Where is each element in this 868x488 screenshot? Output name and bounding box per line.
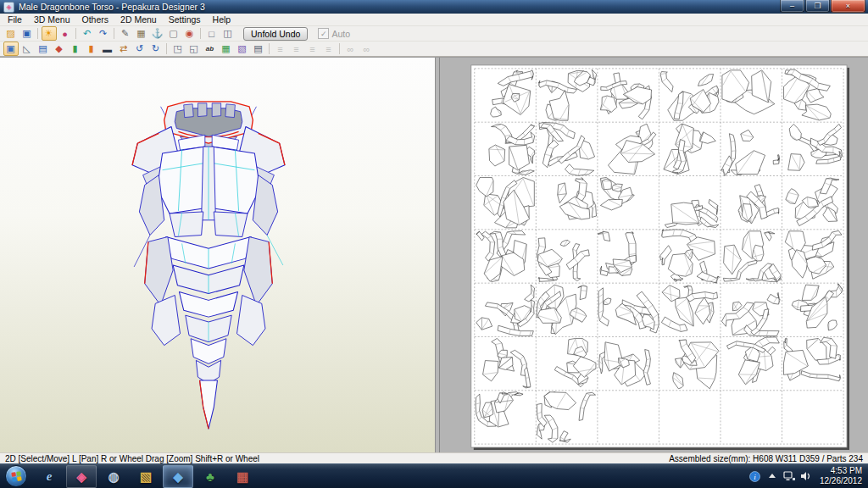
rotate-view-right-icon[interactable]: ↷ bbox=[96, 26, 111, 41]
toolbar-separator bbox=[75, 28, 76, 39]
app-icon: ◈ bbox=[3, 2, 14, 13]
window-title: Male Dragonbone Torso - Pepakura Designe… bbox=[19, 2, 205, 12]
toolbar-separator bbox=[166, 43, 167, 54]
internet-explorer-icon: e bbox=[47, 470, 53, 483]
network-icon[interactable] bbox=[783, 470, 795, 482]
menu-others[interactable]: Others bbox=[76, 14, 115, 25]
taskbar-clock[interactable]: 4:53 PM 12/26/2012 bbox=[820, 466, 862, 487]
anchor-icon[interactable]: ⚓ bbox=[150, 26, 165, 41]
pepakura-viewer-icon: ◈ bbox=[76, 470, 86, 483]
rotate-piece-cw-icon[interactable]: ↻ bbox=[148, 42, 164, 56]
menu-2d-menu[interactable]: 2D Menu bbox=[114, 14, 163, 25]
taskbar-app-internet-explorer[interactable]: e bbox=[34, 465, 64, 488]
photo-viewer-icon: ▧ bbox=[140, 470, 152, 483]
notification-app-icon[interactable]: i bbox=[749, 470, 761, 482]
open-file-icon[interactable]: ▨ bbox=[3, 26, 19, 41]
rotate-view-left-icon[interactable]: ↶ bbox=[80, 26, 95, 41]
edit-flap-icon[interactable]: ◺ bbox=[19, 42, 35, 56]
box-select-icon[interactable]: ▢ bbox=[166, 26, 181, 41]
taskbar-app-hp-globe-tool[interactable]: ◍ bbox=[98, 465, 129, 488]
auto-checkbox[interactable]: ✓ bbox=[318, 28, 329, 39]
taskbar-app-media-player[interactable]: ▦ bbox=[227, 465, 258, 488]
taskbar-app-pepakura-designer[interactable]: ◆ bbox=[163, 465, 193, 488]
toolbar-main: ▨▣☀●↶↷✎▦⚓▢◉□◫ Unfold Undo ✓ Auto bbox=[0, 26, 868, 42]
taskbar-app-pepakura-viewer[interactable]: ◈ bbox=[66, 465, 97, 488]
texture-page-icon[interactable]: ▦ bbox=[219, 42, 234, 56]
clock-date: 12/26/2012 bbox=[820, 476, 862, 487]
media-player-icon: ▦ bbox=[236, 470, 248, 483]
flip-piece-icon[interactable]: ⇄ bbox=[116, 42, 131, 56]
zoom-selection-icon[interactable]: ◳ bbox=[170, 42, 186, 56]
start-button[interactable] bbox=[5, 465, 27, 487]
auto-checkbox-group: ✓ Auto bbox=[318, 28, 350, 39]
toolbar-separator bbox=[37, 28, 38, 39]
paint-icon[interactable]: ◆ bbox=[52, 42, 67, 56]
menu-settings[interactable]: Settings bbox=[163, 14, 207, 25]
zoom-fit-icon[interactable]: ◱ bbox=[186, 42, 202, 56]
title-bar: ◈ Male Dragonbone Torso - Pepakura Desig… bbox=[0, 0, 868, 14]
close-button[interactable]: × bbox=[831, 0, 865, 13]
align-bottom-icon: ≡ bbox=[321, 42, 337, 56]
auto-checkbox-label: Auto bbox=[331, 29, 350, 39]
menu-help[interactable]: Help bbox=[207, 14, 237, 25]
pepakura-designer-icon: ◆ bbox=[173, 470, 183, 483]
menu-file[interactable]: File bbox=[2, 14, 28, 25]
stamp-icon[interactable]: ▦ bbox=[134, 26, 149, 41]
pattern-sheet[interactable] bbox=[440, 58, 868, 452]
align-center-icon: ≡ bbox=[289, 42, 304, 56]
status-hint-text: 2D [Select/Move] L [Pan] R or Wheel Drag… bbox=[5, 454, 259, 463]
align-left-icon: ≡ bbox=[273, 42, 288, 56]
taskbar-app-nature-app[interactable]: ♣ bbox=[195, 465, 225, 488]
monitor-icon[interactable]: ▤ bbox=[36, 42, 51, 56]
toolbar-2d-icons: ▣◺▤◆▮▮▬⇄↺↻◳◱ab▦▧▤≡≡≡≡∞∞ bbox=[3, 42, 375, 56]
model-3d-torso[interactable] bbox=[93, 95, 324, 437]
pen-icon[interactable]: ✎ bbox=[118, 26, 133, 41]
status-bar: 2D [Select/Move] L [Pan] R or Wheel Drag… bbox=[0, 452, 868, 464]
part-green-icon[interactable]: ▮ bbox=[68, 42, 83, 56]
workspace bbox=[0, 57, 868, 452]
toolbar-separator bbox=[200, 28, 201, 39]
minimize-button[interactable]: – bbox=[780, 0, 804, 13]
material-sphere-icon[interactable]: ● bbox=[58, 26, 73, 41]
unfold-undo-button[interactable]: Unfold Undo bbox=[243, 27, 308, 41]
single-window-icon[interactable]: □ bbox=[204, 26, 220, 41]
image-page-icon[interactable]: ▧ bbox=[235, 42, 250, 56]
part-orange-icon[interactable]: ▮ bbox=[84, 42, 99, 56]
edge-id-icon[interactable]: ab bbox=[203, 42, 218, 56]
menu-bar: File3D MenuOthers2D MenuSettingsHelp bbox=[0, 14, 868, 26]
restore-button[interactable]: ❐ bbox=[805, 0, 830, 13]
menu-3d-menu[interactable]: 3D Menu bbox=[28, 14, 76, 25]
select-move-icon[interactable]: ▣ bbox=[3, 42, 19, 56]
clock-time: 4:53 PM bbox=[820, 466, 862, 477]
hp-globe-tool-icon: ◍ bbox=[108, 470, 119, 483]
toolbar-separator bbox=[114, 28, 114, 39]
viewport-2d-pattern[interactable] bbox=[440, 58, 868, 452]
rotate-piece-ccw-icon[interactable]: ↺ bbox=[132, 42, 147, 56]
taskbar-app-photo-viewer[interactable]: ▧ bbox=[131, 465, 161, 488]
toolbar-separator bbox=[269, 43, 270, 54]
show-hidden-icons-button[interactable] bbox=[766, 470, 778, 482]
toolbar-2d: ▣◺▤◆▮▮▬⇄↺↻◳◱ab▦▧▤≡≡≡≡∞∞ bbox=[0, 42, 868, 57]
toolbar-main-icons: ▨▣☀●↶↷✎▦⚓▢◉□◫ bbox=[3, 26, 236, 41]
volume-icon[interactable] bbox=[800, 470, 812, 482]
toolbar-separator bbox=[339, 43, 340, 54]
window-controls: – ❐ × bbox=[779, 0, 865, 13]
app-window: ◈ Male Dragonbone Torso - Pepakura Desig… bbox=[0, 0, 868, 464]
align-right-icon: ≡ bbox=[305, 42, 320, 56]
windows-flag-icon bbox=[11, 471, 21, 481]
join-edge-icon: ∞ bbox=[343, 42, 359, 56]
split-window-icon[interactable]: ◫ bbox=[220, 26, 236, 41]
light-toggle-icon[interactable]: ☀ bbox=[42, 26, 57, 41]
nature-app-icon: ♣ bbox=[206, 470, 214, 483]
taskbar: e◈◍▧◆♣▦ i 4:53 PM 12/26/2012 bbox=[0, 463, 868, 488]
dark-screen-icon[interactable]: ▬ bbox=[100, 42, 115, 56]
split-edge-icon: ∞ bbox=[359, 42, 375, 56]
viewport-3d[interactable] bbox=[0, 58, 436, 452]
magnet-icon[interactable]: ◉ bbox=[182, 26, 198, 41]
system-tray: i 4:53 PM 12/26/2012 bbox=[749, 464, 868, 488]
taskbar-apps: e◈◍▧◆♣▦ bbox=[33, 465, 259, 488]
status-assembled-size: Assembled size(mm): H608 W311 D359 / Par… bbox=[669, 454, 863, 463]
print-icon[interactable]: ▤ bbox=[251, 42, 266, 56]
save-icon[interactable]: ▣ bbox=[19, 26, 35, 41]
